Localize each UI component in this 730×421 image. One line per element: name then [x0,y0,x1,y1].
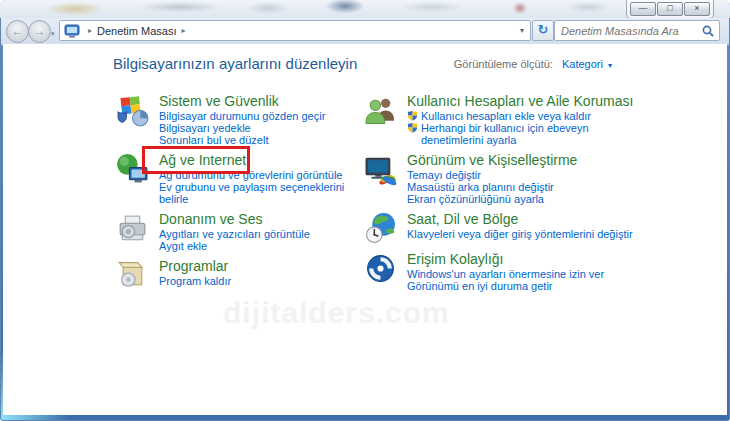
section-hardware-sound: Donanım ve Ses Aygıtları ve yazıcıları g… [116,212,366,252]
task-link-label: Kullanıcı hesapları ekle veya kaldır [421,110,591,122]
section-user-accounts: Kullanıcı Hesapları ve Aile Koruması [364,94,646,146]
watermark-text: dijitalders.com [223,296,450,330]
task-link[interactable]: Bilgisayarı yedekle [159,122,366,134]
hardware-sound-icon[interactable] [116,212,149,245]
navigation-bar: ← → ▾ ▸ Denetim Masası ▸ ▾ ↻ [1,18,729,45]
refresh-button[interactable]: ↻ [532,20,554,41]
control-panel-icon [64,24,80,38]
category-title-system-security[interactable]: Sistem ve Güvenlik [159,94,366,109]
category-title-appearance[interactable]: Görünüm ve Kişiselleştirme [407,153,646,168]
control-panel-home: Bilgisayarınızın ayarlarını düzenleyin G… [3,44,727,415]
breadcrumb-arrow-icon[interactable]: ▸ [83,26,97,35]
category-title-programs[interactable]: Programlar [159,259,366,274]
category-title-ease-of-access[interactable]: Erişim Kolaylığı [407,252,646,267]
task-link-label: Herhangi bir kullanıcı için ebeveyn dene… [421,122,589,146]
forward-button[interactable]: → [28,20,51,43]
task-link[interactable]: Ağ durumunu ve görevlerini görüntüle [159,169,366,181]
section-programs: Programlar Program kaldır [116,259,366,292]
page-title: Bilgisayarınızın ayarlarını düzenleyin [113,55,357,72]
uac-shield-icon [407,110,418,121]
minimize-button[interactable]: — [630,2,656,16]
address-bar[interactable]: ▸ Denetim Masası ▸ ▾ [59,20,531,41]
address-dropdown-icon[interactable]: ▾ [520,26,530,35]
recent-pages-chevron-icon[interactable]: ▾ [51,30,55,38]
category-title-network-internet[interactable]: Ağ ve Internet [159,153,366,168]
task-link[interactable]: Klavyeleri veya diğer giriş yöntemlerini… [407,228,646,240]
task-link[interactable]: Ev grubunu ve paylaşım seçeneklerini bel… [159,181,366,205]
window-frame: — □ × ← → ▾ ▸ Denetim Masası ▸ ▾ ↻ [0,0,730,421]
category-title-hardware-sound[interactable]: Donanım ve Ses [159,212,366,227]
task-link[interactable]: Herhangi bir kullanıcı için ebeveyn dene… [407,122,646,146]
search-input[interactable] [555,25,701,37]
category-column-left: Sistem ve Güvenlik Bilgisayar durumunu g… [116,94,366,299]
breadcrumb-location[interactable]: Denetim Masası [97,25,176,37]
task-link[interactable]: Görünümü en iyi duruma getir [407,280,646,292]
task-link[interactable]: Bilgisayar durumunu gözden geçir [159,110,366,122]
chevron-down-icon[interactable]: ▾ [608,61,612,70]
task-link[interactable]: Windows'un ayarları önermesine izin ver [407,268,646,280]
search-box[interactable] [554,20,720,41]
task-link[interactable]: Masaüstü arka planını değiştir [407,181,646,193]
search-icon[interactable] [701,24,719,38]
programs-icon[interactable] [116,259,149,292]
section-appearance: Görünüm ve Kişiselleştirme Temayı değişt… [364,153,646,205]
view-by-value-link[interactable]: Kategori [562,58,603,70]
network-internet-icon[interactable] [116,153,149,186]
task-link[interactable]: Kullanıcı hesapları ekle veya kaldır [407,110,646,122]
system-security-icon[interactable] [116,94,149,127]
section-network-internet: Ağ ve Internet Ağ durumunu ve görevlerin… [116,153,366,205]
maximize-button[interactable]: □ [657,2,683,16]
task-link[interactable]: Temayı değiştir [407,169,646,181]
task-link[interactable]: Program kaldır [159,275,366,287]
view-by-control: Görüntüleme ölçütü: Kategori ▾ [454,58,612,70]
task-link[interactable]: Ekran çözünürlüğünü ayarla [407,193,646,205]
title-bar: — □ × [0,0,730,18]
section-system-security: Sistem ve Güvenlik Bilgisayar durumunu g… [116,94,366,146]
window-controls: — □ × [626,0,714,19]
view-by-label: Görüntüleme ölçütü: [454,58,553,70]
ease-of-access-icon[interactable] [364,252,397,285]
task-link[interactable]: Sorunları bul ve düzelt [159,134,366,146]
uac-shield-icon [407,122,418,133]
breadcrumb-arrow-icon[interactable]: ▸ [177,26,191,35]
category-title-clock-region[interactable]: Saat, Dil ve Bölge [407,212,646,227]
section-clock-region: Saat, Dil ve Bölge Klavyeleri veya diğer… [364,212,646,245]
back-button[interactable]: ← [6,20,29,43]
clock-language-region-icon[interactable] [364,212,397,245]
user-accounts-family-icon[interactable] [364,94,397,127]
category-column-right: Kullanıcı Hesapları ve Aile Koruması [364,94,646,299]
task-link[interactable]: Aygıtları ve yazıcıları görüntüle [159,228,366,240]
appearance-personalization-icon[interactable] [364,153,397,186]
section-ease-of-access: Erişim Kolaylığı Windows'un ayarları öne… [364,252,646,292]
close-button[interactable]: × [684,2,710,16]
category-title-user-accounts[interactable]: Kullanıcı Hesapları ve Aile Koruması [407,94,646,109]
task-link[interactable]: Aygıt ekle [159,240,366,252]
